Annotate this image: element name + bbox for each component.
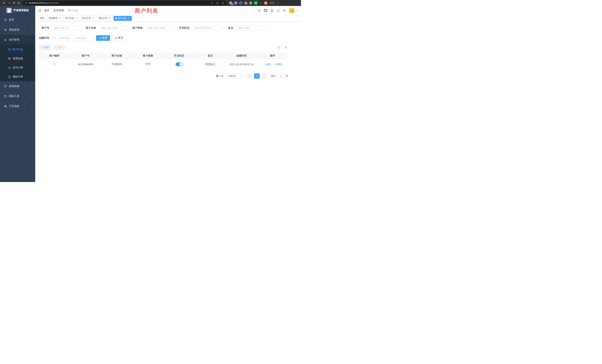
- sidebar-logo[interactable]: 芋道管理系统: [0, 6, 35, 15]
- cell-create-time: 2021-10-23 08:31:14: [226, 59, 257, 69]
- browser-home-button[interactable]: [16, 0, 21, 5]
- breadcrumb-current: 商户信息: [68, 9, 78, 12]
- browser-back-button[interactable]: [2, 0, 7, 5]
- browser-menu-icon[interactable]: ⋮: [276, 1, 279, 5]
- merchant-no-input[interactable]: [52, 25, 81, 31]
- pagination-total-selected: 共: [216, 75, 218, 77]
- sidebar-item-label: 系统管理: [9, 28, 19, 32]
- start-date-input[interactable]: [56, 37, 71, 40]
- extension-icon[interactable]: [234, 1, 237, 5]
- share-icon[interactable]: [216, 2, 219, 4]
- extension-icon[interactable]: ≡: [254, 1, 258, 5]
- fullscreen-icon[interactable]: [277, 9, 280, 12]
- full-name-input[interactable]: [98, 25, 128, 31]
- refresh-icon: [284, 46, 287, 49]
- caret-down-icon[interactable]: [296, 10, 298, 11]
- toggle-search-button[interactable]: [276, 45, 281, 50]
- status-select[interactable]: 请选择开启状态: [192, 25, 224, 31]
- site-info-icon[interactable]: [25, 2, 27, 4]
- close-icon[interactable]: ×: [92, 17, 94, 20]
- close-icon[interactable]: ×: [128, 17, 130, 20]
- hamburger-icon[interactable]: [38, 9, 42, 12]
- sidebar-item-pay-order[interactable]: 支付订单: [0, 63, 35, 72]
- export-button[interactable]: 导出: [53, 45, 65, 50]
- font-size-icon[interactable]: TT: [283, 9, 286, 12]
- sidebar-item-home[interactable]: 首页: [0, 15, 35, 25]
- extension-icon[interactable]: [239, 1, 242, 5]
- tab-merchant-info[interactable]: 商户信息×: [114, 16, 132, 21]
- create-time-label: 创建时间: [39, 36, 52, 40]
- edit-link[interactable]: 修改: [263, 63, 271, 66]
- download-icon: [55, 46, 57, 49]
- pagination: 共 1 条 10条/页 1 前往 页: [39, 73, 288, 79]
- breadcrumb-home[interactable]: 首页: [44, 9, 49, 12]
- goto-page-input[interactable]: [277, 73, 284, 79]
- sidebar-menu: 首页 ⚙ 系统管理 ¥ 支付管理 商户信息 应用信息 支付订单: [0, 15, 35, 111]
- browser-reload-button[interactable]: [11, 0, 16, 5]
- refresh-table-button[interactable]: [283, 45, 288, 50]
- close-icon[interactable]: ×: [75, 17, 78, 20]
- browser-extensions: 10 ▶ ≡ ✦: [229, 1, 268, 5]
- breadcrumb: 首页 / 支付管理 / 商户信息: [44, 9, 78, 12]
- extension-icon[interactable]: [244, 1, 247, 5]
- browser-forward-button[interactable]: [7, 0, 11, 5]
- url-bar[interactable]: localhost:1024/pay/merchant: [23, 1, 226, 5]
- chevron-left-icon: [249, 75, 251, 77]
- user-avatar[interactable]: [289, 8, 294, 13]
- delete-link[interactable]: 删除: [274, 63, 282, 66]
- column-header: 商户全称: [101, 53, 132, 59]
- filter-row-2: 创建时间 - 搜索 重置: [39, 35, 288, 41]
- search-button[interactable]: 搜索: [96, 35, 110, 41]
- arrow-left-icon: [3, 1, 6, 4]
- tab-pay-order[interactable]: 支付订单×: [80, 16, 96, 21]
- tab-refund-order[interactable]: 退款订单×: [97, 16, 113, 21]
- goto-label: 前往: [271, 74, 276, 78]
- refresh-icon: [115, 37, 117, 39]
- sidebar-item-workflow[interactable]: 工作流程: [0, 101, 35, 111]
- reset-button-label: 重置: [118, 36, 123, 40]
- sidebar-item-infrastructure[interactable]: 基础设施: [0, 81, 35, 91]
- password-key-icon[interactable]: [211, 2, 214, 4]
- tab-home[interactable]: 首页: [38, 16, 46, 21]
- page-1-button[interactable]: 1: [254, 73, 260, 79]
- next-page-button[interactable]: [261, 73, 267, 79]
- search-icon[interactable]: [258, 9, 261, 12]
- close-icon[interactable]: ×: [58, 17, 61, 20]
- tab-label: 商户信息: [118, 17, 127, 20]
- sidebar-item-system[interactable]: ⚙ 系统管理: [0, 25, 35, 35]
- add-button-label: 新增: [44, 46, 49, 49]
- reload-icon: [13, 2, 15, 4]
- extension-icon[interactable]: ✦: [259, 1, 262, 5]
- status-toggle[interactable]: [175, 63, 183, 66]
- reset-button[interactable]: 重置: [112, 35, 126, 41]
- browser-update-button[interactable]: 更新: [270, 1, 275, 5]
- tab-label: 用户分组: [65, 17, 74, 20]
- page-size-select[interactable]: 10条/页: [226, 73, 244, 79]
- extension-icon[interactable]: [264, 1, 268, 5]
- sidebar-item-label: 首页: [9, 18, 14, 21]
- extension-icon[interactable]: ▶: [249, 1, 252, 5]
- prev-page-button[interactable]: [247, 73, 252, 79]
- extensions-puzzle-icon[interactable]: 10: [229, 1, 232, 5]
- filter-full-name: 商户全称: [86, 25, 128, 31]
- breadcrumb-payment[interactable]: 支付管理: [53, 9, 64, 12]
- sidebar-item-app-info[interactable]: 应用信息: [0, 54, 35, 63]
- create-time-range-picker[interactable]: -: [52, 35, 94, 41]
- remark-input[interactable]: [236, 25, 270, 31]
- sidebar-item-dev-tools[interactable]: 研发工具: [0, 91, 35, 101]
- add-button[interactable]: 新增: [39, 45, 51, 50]
- bookmark-star-icon[interactable]: [222, 2, 224, 4]
- filter-short-name: 商户简称: [132, 25, 175, 31]
- close-icon[interactable]: ×: [108, 17, 111, 20]
- short-name-input[interactable]: [145, 25, 175, 31]
- help-icon[interactable]: [270, 9, 274, 12]
- merchant-list-page: 商户号 商户全称 商户简称 开启状态 请选择开启状态 备注: [35, 21, 301, 82]
- end-date-input[interactable]: [73, 37, 88, 40]
- sidebar-item-payment[interactable]: ¥ 支付管理: [0, 35, 35, 45]
- github-icon[interactable]: [264, 9, 267, 12]
- goto-unit: 页: [286, 74, 288, 78]
- tab-process-form[interactable]: 流程表单×: [47, 16, 63, 21]
- sidebar-item-merchant-info[interactable]: 商户信息: [0, 45, 35, 54]
- tab-user-group[interactable]: 用户分组×: [64, 16, 79, 21]
- sidebar-item-refund-order[interactable]: 退款订单: [0, 72, 35, 81]
